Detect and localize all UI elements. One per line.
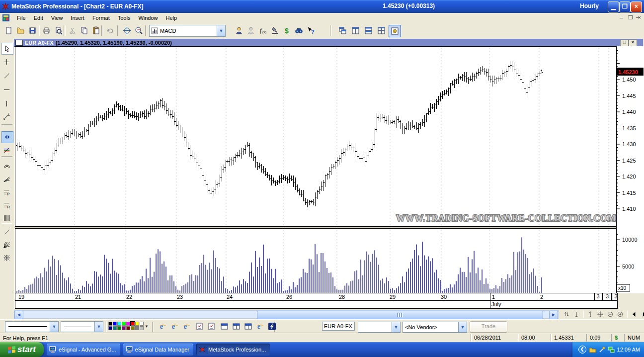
menu-format[interactable]: Format <box>88 14 114 22</box>
tray-folder-icon[interactable] <box>589 347 596 353</box>
minimize-button[interactable]: ▁ <box>608 1 619 12</box>
fibonacci-projection-tool[interactable]: P <box>1 187 12 198</box>
line-style-combobox[interactable]: ▼ <box>61 321 103 332</box>
price-panel[interactable] <box>15 46 616 227</box>
indicator-combobox[interactable]: MACD ▼ <box>149 25 226 37</box>
chevron-down-icon[interactable]: ▼ <box>217 25 225 36</box>
pointer-tool[interactable] <box>1 43 13 55</box>
multi-colored-lines-tool[interactable] <box>1 145 12 156</box>
tile-horizontal-button[interactable] <box>363 25 374 36</box>
menu-window[interactable]: Window <box>134 14 161 22</box>
mdi-minimize-icon[interactable]: – <box>620 14 623 21</box>
palette-color-swatch[interactable] <box>131 326 135 330</box>
cascade-windows-button[interactable] <box>337 25 348 36</box>
prev-arrow-button[interactable] <box>631 311 638 318</box>
palette-color-swatch[interactable] <box>108 326 112 330</box>
tile-vertical-button[interactable] <box>350 25 361 36</box>
chevron-down-icon[interactable]: ▼ <box>458 322 467 332</box>
horizontal-scrollbar[interactable]: ◄ ► <box>14 310 559 319</box>
chevron-down-icon[interactable]: ▼ <box>392 322 400 332</box>
esignal-lightning-button[interactable] <box>266 321 277 332</box>
function-fx-button[interactable]: f(x) <box>257 25 269 36</box>
move-all-button[interactable] <box>597 311 604 318</box>
close-button[interactable]: × <box>631 1 642 12</box>
tile-window-1-button[interactable] <box>219 321 230 332</box>
binoculars-search-button[interactable] <box>293 25 305 36</box>
chart-maximize-icon[interactable]: □ <box>620 39 629 47</box>
tile-window-2-button[interactable] <box>231 321 242 332</box>
explorer-4-button[interactable]: e <box>254 321 265 332</box>
menu-view[interactable]: View <box>47 14 67 22</box>
taskbar-task-0[interactable]: eSignal - Advanced G... <box>47 344 120 356</box>
chart-window-title-bar[interactable]: EUR A0-FX (1.45290, 1.45320, 1.45190, 1.… <box>14 39 643 47</box>
save-disk-button[interactable] <box>27 25 38 36</box>
menu-file[interactable]: File <box>13 14 30 22</box>
tray-satellite-icon[interactable] <box>599 347 605 353</box>
symbol-box[interactable]: EUR A0-FX <box>322 322 355 331</box>
fibonacci-retracement-tool[interactable]: R <box>1 200 12 211</box>
zoom-chart-button[interactable] <box>133 25 145 36</box>
trendline-2-tool[interactable] <box>1 227 12 238</box>
tile-grid-button[interactable] <box>376 25 387 36</box>
chart-report-1-button[interactable] <box>194 321 205 332</box>
scroll-arrows-tool[interactable] <box>1 131 13 143</box>
zoom-out-circle-button[interactable] <box>607 311 614 318</box>
scrollbar-thumb[interactable] <box>257 311 543 319</box>
color-palette[interactable]: ▼ <box>108 321 151 331</box>
menu-help[interactable]: Help <box>162 14 181 22</box>
palette-color-swatch[interactable] <box>135 326 139 330</box>
tray-collapse-chevron-icon[interactable]: ❮ <box>578 346 586 354</box>
print-preview-button[interactable] <box>53 25 64 36</box>
palette-color-swatch[interactable] <box>113 326 117 330</box>
restore-button[interactable]: ❐ <box>619 1 631 12</box>
mdi-close-icon[interactable]: × <box>638 14 641 21</box>
explorer-1-button[interactable]: e <box>157 321 168 332</box>
context-help-button[interactable]: ? <box>305 25 317 36</box>
palette-color-swatch[interactable] <box>126 322 130 326</box>
interval-combobox[interactable]: ▼ <box>358 322 401 333</box>
indicator-quickplot-button[interactable] <box>269 25 281 36</box>
fibonacci-fan-tool[interactable] <box>1 174 12 185</box>
expert-advisor-button[interactable] <box>234 25 245 36</box>
palette-color-swatch[interactable] <box>122 322 126 326</box>
vertical-line-tool[interactable] <box>1 98 12 109</box>
menu-tools[interactable]: Tools <box>114 14 135 22</box>
refresh-button[interactable] <box>564 311 570 318</box>
scroll-left-arrow-icon[interactable]: ◄ <box>14 311 23 319</box>
taskbar-task-2[interactable]: MetaStock Profession... <box>196 344 270 356</box>
palette-color-swatch[interactable] <box>140 326 144 330</box>
horizontal-line-tool[interactable] <box>1 85 12 95</box>
cut-scissors-button[interactable] <box>67 25 78 36</box>
palette-color-swatch[interactable] <box>113 322 117 326</box>
undo-arrow-button[interactable] <box>104 25 116 36</box>
crosshair-zoom-button[interactable] <box>121 25 133 36</box>
expand-vertical-button[interactable] <box>587 311 594 318</box>
cursor-I-button[interactable] <box>573 311 580 318</box>
palette-dropdown-icon[interactable]: ▼ <box>144 324 149 329</box>
attach-expert-button[interactable] <box>245 25 257 36</box>
chart-close-icon[interactable]: × <box>629 39 637 47</box>
palette-color-swatch[interactable] <box>122 326 126 330</box>
palette-color-swatch[interactable] <box>126 326 130 330</box>
palette-color-swatch[interactable] <box>117 326 121 330</box>
volume-panel[interactable] <box>15 228 616 293</box>
open-folder-button[interactable] <box>15 25 26 36</box>
taskbar-task-1[interactable]: eSignal Data Manager <box>123 344 193 356</box>
stop-limit-line-tool[interactable]: sL <box>1 111 12 122</box>
gann-fan-tool[interactable] <box>1 240 12 251</box>
start-button[interactable]: start <box>0 342 44 357</box>
menu-edit[interactable]: Edit <box>30 14 47 22</box>
new-document-button[interactable] <box>3 25 14 36</box>
tray-network-icon[interactable] <box>608 347 615 353</box>
next-arrow-button[interactable] <box>641 311 644 318</box>
palette-color-swatch[interactable] <box>117 322 121 326</box>
crosshair-tool[interactable] <box>1 57 12 68</box>
chevron-down-icon[interactable]: ▼ <box>94 322 103 332</box>
fibonacci-arcs-tool[interactable] <box>1 160 12 171</box>
fibonacci-time-zones-tool[interactable] <box>1 213 12 224</box>
trade-button[interactable]: Trade <box>470 321 507 333</box>
dollar-sign-button[interactable]: $ <box>281 25 293 36</box>
palette-color-swatch[interactable] <box>108 322 112 326</box>
trendline-tool[interactable] <box>1 71 12 82</box>
menu-insert[interactable]: Insert <box>67 14 88 22</box>
